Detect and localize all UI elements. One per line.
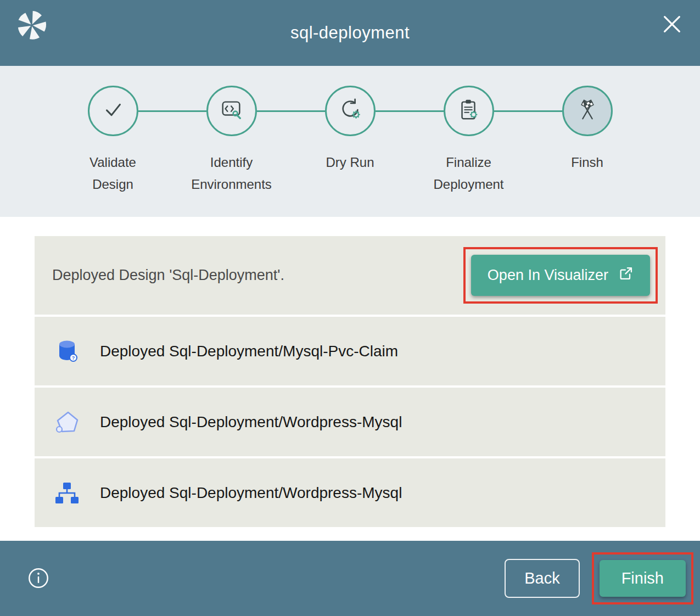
svg-text:?: ?	[72, 355, 75, 361]
modal-footer: Back Finish	[0, 541, 700, 616]
external-link-icon	[618, 266, 634, 285]
step-circle-finalize-deployment	[444, 86, 494, 136]
step-label-finish: Finsh	[571, 152, 603, 173]
deployed-resource-text: Deployed Sql-Deployment/Mysql-Pvc-Claim	[100, 343, 398, 360]
close-icon	[660, 29, 684, 37]
step-circle-dry-run	[325, 86, 376, 136]
step-dry-run: Dry Run	[291, 86, 410, 195]
check-icon	[100, 97, 126, 125]
step-finish: Finsh	[528, 86, 647, 195]
step-identify-environments: Identify Environments	[172, 86, 291, 195]
deployed-design-summary-row: Deployed Design 'Sql-Deployment'. Open I…	[35, 236, 665, 315]
open-in-visualizer-label: Open In Visualizer	[488, 267, 608, 284]
close-button[interactable]	[659, 12, 685, 37]
checkered-flags-icon	[575, 97, 600, 125]
hierarchy-icon	[54, 480, 80, 506]
annotation-highlight-finish: Finish	[592, 552, 693, 604]
step-circle-identify-environments	[206, 86, 257, 136]
step-label-finalize-deployment: Finalize Deployment	[433, 152, 503, 195]
back-button[interactable]: Back	[505, 559, 579, 598]
step-validate-design: Validate Design	[54, 86, 172, 195]
step-label-validate-design: Validate Design	[89, 152, 136, 195]
meshery-logo-icon	[14, 8, 49, 43]
code-environment-icon	[219, 97, 244, 125]
step-circle-validate-design	[88, 86, 138, 136]
deployed-resource-text: Deployed Sql-Deployment/Wordpress-Mysql	[100, 484, 402, 502]
database-icon: ?	[54, 338, 80, 365]
step-circle-finish	[562, 86, 613, 136]
step-label-dry-run: Dry Run	[326, 152, 374, 173]
stepper-steps: Validate Design Ident	[54, 86, 647, 195]
deployed-resource-row: Deployed Sql-Deployment/Wordpress-Mysql	[35, 458, 665, 527]
deployed-design-text: Deployed Design 'Sql-Deployment'.	[52, 267, 463, 284]
finish-button[interactable]: Finish	[600, 560, 686, 597]
clipboard-settings-icon	[456, 97, 481, 125]
open-in-visualizer-button[interactable]: Open In Visualizer	[471, 255, 650, 296]
deployed-resource-row: Deployed Sql-Deployment/Wordpress-Mysql	[35, 388, 665, 456]
results-panel: Deployed Design 'Sql-Deployment'. Open I…	[0, 217, 700, 541]
info-button[interactable]	[26, 567, 51, 591]
pentagon-icon	[54, 409, 80, 435]
deployed-resource-text: Deployed Sql-Deployment/Wordpress-Mysql	[100, 413, 402, 431]
deployment-wizard-modal: sql-deployment	[0, 0, 700, 616]
modal-title: sql-deployment	[0, 23, 700, 43]
info-icon	[27, 583, 50, 591]
step-label-identify-environments: Identify Environments	[191, 152, 272, 195]
dry-run-icon	[338, 97, 363, 125]
deployed-resource-row: ? Deployed Sql-Deployment/Mysql-Pvc-Clai…	[35, 317, 665, 385]
annotation-highlight-visualizer: Open In Visualizer	[463, 247, 658, 304]
modal-header: sql-deployment	[0, 0, 700, 66]
deployment-stepper: Validate Design Ident	[0, 66, 700, 217]
step-finalize-deployment: Finalize Deployment	[410, 86, 528, 195]
